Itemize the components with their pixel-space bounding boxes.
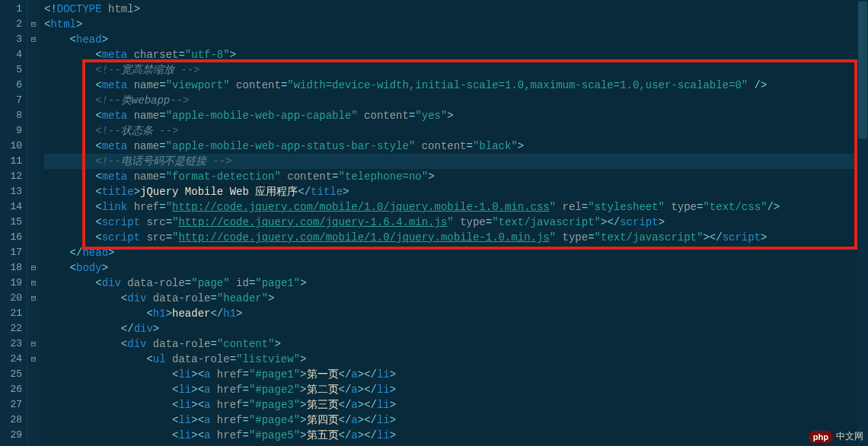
token-p: > [300,384,306,396]
code-area[interactable]: <!DOCTYPE html><html> <head> <meta chars… [40,0,868,446]
code-line[interactable]: <li><a href="#page1">第一页</a></li> [44,367,868,382]
code-line[interactable]: <h1>header</h1> [44,306,868,321]
token-p: /> [748,79,767,91]
token-t: meta [102,49,128,61]
line-number: 13 [0,184,27,199]
fold-column[interactable]: ⊟⊟⊟⊟⊟⊟⊟ [27,0,40,446]
token-t: script [723,231,761,244]
fold-spacer [27,397,40,413]
token-a: name [127,170,159,183]
token-p: < [95,140,101,152]
fold-toggle[interactable]: ⊟ [27,32,40,47]
fold-toggle[interactable]: ⊟ [27,291,40,306]
code-editor[interactable]: 1234567891011121314151617181920212223242… [0,0,868,446]
code-line[interactable]: <meta charset="utf-8"> [44,47,868,62]
code-line[interactable]: <script src="http://code.jquery.com/jque… [44,215,868,230]
code-line[interactable]: <div data-role="page" id="page1"> [44,276,868,291]
token-a: name [127,110,159,122]
code-line[interactable]: <title>jQuery Mobile Web 应用程序</title> [44,184,868,199]
line-number: 21 [0,306,27,321]
token-tx: 第一页 [307,368,339,381]
token-c: <!-- [95,94,121,107]
code-line[interactable]: </div> [44,321,868,336]
token-c: <!-- [95,64,121,76]
token-t: a [351,414,357,426]
code-line[interactable]: <body> [44,260,868,276]
token-p: > [761,231,767,244]
fold-spacer [27,230,40,245]
token-p: > [518,140,524,152]
line-number: 10 [0,139,27,154]
scrollbar-track[interactable] [857,0,868,446]
code-line[interactable]: <!DOCTYPE html> [44,2,868,17]
token-s: "#page4" [249,414,300,426]
line-number: 17 [0,245,27,260]
token-c: --> [159,125,178,137]
code-line[interactable]: <link href="http://code.jquery.com/mobil… [44,199,868,215]
token-a: name [127,140,159,152]
token-a: data-role [146,292,210,304]
code-line[interactable]: </head> [44,245,868,260]
token-a: content [358,110,409,122]
token-p: > [134,186,140,198]
token-p: = [159,110,165,122]
code-line[interactable]: <!--宽高禁缩放 --> [44,62,868,78]
code-line[interactable]: <meta name="format-detection" content="t… [44,169,868,184]
token-t: script [620,216,658,228]
token-p: = [159,140,165,152]
line-number: 16 [0,230,27,245]
token-p: >< [191,399,204,411]
line-number: 1 [0,2,27,17]
token-t: li [178,399,191,411]
code-line[interactable]: <div data-role="header"> [44,291,868,306]
line-number: 12 [0,169,27,184]
fold-toggle[interactable]: ⊟ [27,352,40,367]
token-cc: 状态条 [121,125,159,137]
token-p: = [467,140,473,152]
code-line[interactable]: <meta name="apple-mobile-web-app-status-… [44,139,868,154]
line-number: 26 [0,382,27,397]
token-t: li [377,414,390,426]
fold-toggle[interactable]: ⊟ [27,336,40,352]
code-line[interactable]: <li><a href="#page4">第四页</a></li> [44,413,868,428]
code-line[interactable]: <meta name="viewport" content="width=dev… [44,78,868,93]
fold-spacer [27,215,40,230]
token-p: = [242,414,248,426]
code-line[interactable]: <div data-role="content"> [44,336,868,352]
code-line[interactable]: <li><a href="#page3">第三页</a></li> [44,397,868,413]
token-t: li [377,368,390,381]
token-p: > [300,368,306,381]
code-line[interactable]: <head> [44,32,868,47]
scrollbar-thumb[interactable] [858,2,867,139]
token-p: = [185,277,191,289]
fold-toggle[interactable]: ⊟ [27,260,40,276]
token-t: li [377,429,390,441]
fold-toggle[interactable]: ⊟ [27,17,40,32]
token-a: content [281,170,332,183]
code-line[interactable]: <meta name="apple-mobile-web-app-capable… [44,108,868,123]
token-p: > [390,414,396,426]
fold-spacer [27,139,40,154]
line-number: 4 [0,47,27,62]
code-line[interactable]: <!--状态条 --> [44,123,868,139]
token-c: --> [170,94,189,107]
code-line[interactable]: <ul data-role="listview"> [44,352,868,367]
code-line[interactable]: <script src="http://code.jquery.com/mobi… [44,230,868,245]
code-line[interactable]: <html> [44,17,868,32]
token-p: </ [339,384,352,396]
code-line[interactable]: <li><a href="#page5">第五页</a></li> [44,428,868,443]
token-s: "format-detection" [166,170,281,183]
token-p: = [242,399,248,411]
code-line[interactable]: <!--电话号码不是链接 --> [44,154,868,169]
line-number: 24 [0,352,27,367]
code-line[interactable]: <!--类webapp--> [44,93,868,108]
token-p: < [95,49,101,61]
token-p: < [146,307,152,320]
fold-toggle[interactable]: ⊟ [27,276,40,291]
token-t: div [102,277,121,289]
token-t: a [351,399,357,411]
token-s: "#page2" [249,384,300,396]
code-line[interactable]: <li><a href="#page2">第二页</a></li> [44,382,868,397]
token-t: div [134,323,153,335]
token-s: " [166,201,172,213]
